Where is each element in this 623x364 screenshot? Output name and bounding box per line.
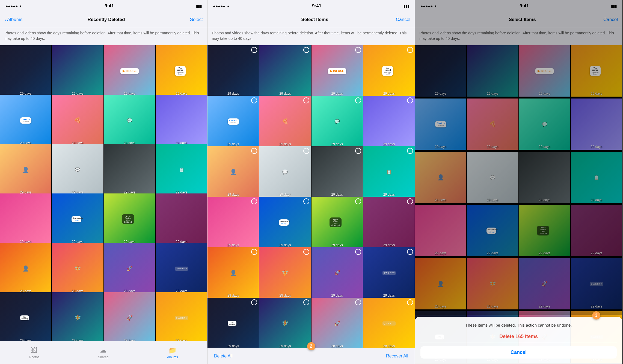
cancel-button-2[interactable]: Cancel [396, 17, 410, 22]
tab-photos-label: Photos [29, 355, 39, 359]
photo-cell-18[interactable]: 🚀29 days [312, 247, 363, 299]
photo-cell-16[interactable]: 👤28 days [207, 247, 259, 299]
photos-icon: 🖼 [31, 347, 38, 354]
tab-shared-label: Shared [98, 355, 109, 359]
photo-cell-11[interactable]: 📋29 days [363, 146, 415, 198]
days-label-7: 29 days [363, 142, 415, 146]
photo-cell-11: 📋29 days [156, 144, 207, 195]
photo-cell-17: 🧚28 days [52, 243, 103, 294]
photo-cell-4[interactable]: Check inLocation29 days [207, 96, 259, 147]
select-circle-18[interactable] [355, 249, 361, 255]
photo-cell-1[interactable]: 29 days [259, 45, 311, 97]
signal-icons: ●●●●● ▲ [5, 4, 22, 8]
photo-cell-13[interactable]: DownloadsLibrary29 days [259, 197, 311, 248]
photo-cell-10: 29 days [104, 144, 155, 195]
photo-cell-18: 🚀29 days [104, 243, 155, 294]
select-circle-10[interactable] [355, 148, 361, 154]
days-label-6: 29 days [312, 142, 363, 146]
battery-icon: ▮▮▮ [196, 4, 202, 8]
battery-icons: ▮▮▮ [196, 4, 202, 8]
photo-cell-14: Apple WatchUser Guide.pdf29 days [104, 193, 155, 245]
photo-cell-1: 29 days [52, 45, 103, 97]
select-circle-23[interactable] [407, 299, 413, 305]
back-button[interactable]: ‹ Albums [4, 17, 22, 22]
photo-cell-10[interactable]: 29 days [312, 146, 363, 198]
select-circle-6[interactable] [355, 97, 361, 103]
page-title: Recently Deleted [88, 17, 125, 22]
photo-cell-19[interactable]: Q W E R T Y29 days [363, 247, 415, 299]
delete-all-button[interactable]: Delete All [214, 354, 233, 359]
photo-cell-7: 29 days [156, 95, 207, 146]
days-label-18: 29 days [312, 294, 363, 297]
select-circle-15[interactable] [407, 198, 413, 204]
tab-photos[interactable]: 🖼 Photos [29, 347, 39, 359]
tab-albums-label: Albums [167, 355, 178, 359]
days-label-12: 29 days [207, 243, 259, 247]
info-text-1: Photos and videos show the days remainin… [4, 31, 199, 41]
back-label[interactable]: Albums [7, 17, 23, 22]
photo-cell-9[interactable]: 💬29 days [259, 146, 311, 198]
photo-cell-2[interactable]: ▶ INFUSE29 days [312, 45, 363, 97]
recover-all-button[interactable]: Recover All [386, 354, 408, 359]
page-title-2: Select Items [301, 17, 328, 22]
photo-cell-0: 29 days [0, 45, 51, 97]
select-circle-11[interactable] [407, 148, 413, 154]
days-label-1: 29 days [259, 92, 311, 96]
photo-cell-17[interactable]: 🧚28 days [259, 247, 311, 299]
photo-cell-7[interactable]: 29 days [363, 96, 415, 147]
photo-cell-23[interactable]: Q W E R T Y28 days [363, 298, 415, 348]
days-label-4: 29 days [207, 142, 259, 146]
photo-cell-14[interactable]: Apple WatchUser Guide.pdf29 days [312, 197, 363, 248]
action-bar: Delete All 2 Recover All [207, 348, 415, 364]
select-circle-7[interactable] [407, 97, 413, 103]
signal-icon-2: ●●●●● [213, 4, 225, 8]
days-label-9: 29 days [259, 193, 311, 196]
days-label-5: 29 days [259, 142, 311, 146]
info-text-2: Photos and videos show the days remainin… [212, 31, 407, 41]
photo-cell-23: Q W E R T Y28 days [156, 292, 207, 341]
info-bar-1: Photos and videos show the days remainin… [0, 27, 207, 45]
bottom-bar-1: 🖼 Photos ☁ Shared 📁 Albums [0, 341, 207, 364]
photo-cell-3[interactable]: You earnedWelcome back!29 days [363, 45, 415, 97]
sheet-cancel-button[interactable]: Cancel [420, 346, 617, 359]
select-circle-19[interactable] [407, 249, 413, 255]
signal-icons-2: ●●●●● ▲ [213, 4, 230, 8]
confirmation-sheet: 3 These items will be deleted. This acti… [415, 317, 622, 364]
days-label-11: 29 days [363, 193, 415, 196]
tab-albums[interactable]: 📁 Albums [167, 347, 178, 359]
confirm-text: These items will be deleted. This action… [420, 322, 617, 329]
status-bar-2: ●●●●● ▲ 9:41 ▮▮▮ [207, 0, 415, 12]
select-circle-22[interactable] [355, 299, 361, 305]
photo-cell-20[interactable]: File sending29 days [207, 298, 259, 348]
days-label-0: 29 days [207, 92, 259, 96]
photo-cell-6[interactable]: 💬29 days [312, 96, 363, 147]
select-circle-9[interactable] [303, 148, 309, 154]
days-label-21: 29 days [52, 339, 103, 341]
panel-2: ●●●●● ▲ 9:41 ▮▮▮ Select Items Cancel Pho… [207, 0, 415, 364]
battery-icons-2: ▮▮▮ [404, 4, 409, 8]
select-circle-1[interactable] [303, 47, 309, 53]
days-label-10: 29 days [312, 193, 363, 196]
step-2-bubble: 2 [307, 342, 315, 350]
photo-cell-0[interactable]: 29 days [207, 45, 259, 97]
days-label-14: 29 days [312, 243, 363, 247]
select-circle-14[interactable] [355, 198, 361, 204]
select-circle-21[interactable] [303, 299, 309, 305]
photo-cell-15[interactable]: 29 days [363, 197, 415, 248]
select-button[interactable]: Select [190, 17, 203, 22]
photo-cell-8[interactable]: 👤29 days [207, 146, 259, 198]
select-circle-13[interactable] [303, 198, 309, 204]
photo-cell-21[interactable]: 🧚29 days [259, 298, 311, 348]
photo-cell-5[interactable]: 🍕29 days [259, 96, 311, 147]
select-circle-5[interactable] [303, 97, 309, 103]
photo-cell-12[interactable]: 29 days [207, 197, 259, 248]
days-label-3: 29 days [363, 92, 415, 96]
photo-cell-22[interactable]: 🚀28 days [312, 298, 363, 348]
photo-grid-2: 29 days29 days▶ INFUSE29 daysYou earnedW… [207, 45, 415, 348]
tab-shared[interactable]: ☁ Shared [98, 347, 109, 359]
shared-icon: ☁ [100, 347, 106, 354]
select-circle-2[interactable] [355, 47, 361, 53]
days-label-20: 29 days [0, 339, 51, 341]
delete-items-button[interactable]: Delete 165 Items [420, 334, 617, 339]
select-circle-17[interactable] [303, 249, 309, 255]
